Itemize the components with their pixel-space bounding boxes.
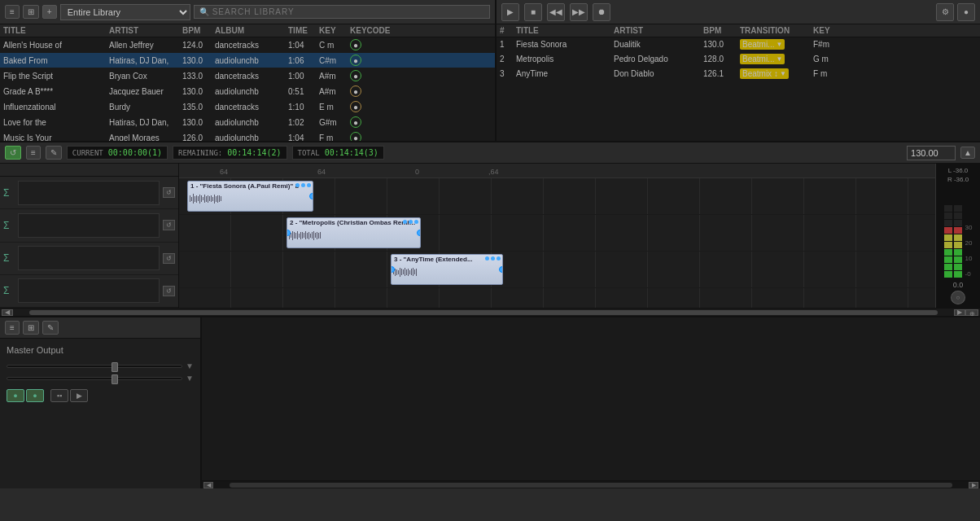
track-row[interactable]: Allen's House of Allen Jeffrey 124.0 dan…	[0, 37, 495, 53]
bottom-scroll-thumb[interactable]	[230, 483, 952, 488]
pl-bpm: 128.0	[703, 55, 740, 63]
pl-col-title: TITLE	[516, 26, 614, 35]
clip-2-right-handle[interactable]	[417, 230, 421, 236]
forward-btn[interactable]: ▶▶	[570, 3, 588, 21]
settings-btn[interactable]: ⚙	[936, 3, 954, 21]
track-row[interactable]: Grade A B**** Jacquez Bauer 130.0 audiol…	[0, 84, 495, 99]
fader-arrow-2: ▼	[186, 374, 194, 383]
track-artist: Hatiras, DJ Dan,	[109, 118, 182, 127]
beatmix-badge: Beatmi... ▼	[740, 39, 785, 50]
track-row[interactable]: Influenzational Burdy 135.0 dancetracks …	[0, 99, 495, 115]
play-btn[interactable]: ▶	[501, 3, 519, 21]
playlist-list: 1 Fiesta Sonora Dualitik 130.0 Beatmi...…	[497, 37, 980, 81]
pl-num: 2	[500, 55, 516, 63]
bottom-empty-area	[202, 317, 980, 480]
scroll-thumb[interactable]	[29, 310, 938, 315]
track-row[interactable]: Music Is Your Angel Moraes 126.0 audiolu…	[0, 130, 495, 141]
bpm-up-btn[interactable]: ▲	[960, 147, 975, 159]
mixer-btn-group-2: ▪▪ ▶	[50, 389, 88, 402]
track-keycode: ●	[350, 116, 391, 128]
mixer-btn-1[interactable]: ●	[7, 389, 24, 402]
playlist-row[interactable]: 2 Metropolis Pedro Delgado 128.0 Beatmi.…	[497, 52, 980, 67]
total-time: 00:14:14(3)	[325, 148, 378, 157]
col-artist: ARTIST	[109, 26, 182, 35]
auto-edit-btn[interactable]: ✎	[46, 146, 62, 160]
track-title: Flip the Script	[3, 72, 109, 81]
library-select[interactable]: Entire Library	[60, 4, 190, 20]
playlist-row[interactable]: 3 AnyTime Don Diablo 126.1 Beatmix ↕ ▼ F…	[497, 67, 980, 81]
track-keycode: ●	[350, 85, 391, 97]
mixer-btn-2[interactable]: ●	[26, 389, 44, 402]
vu-btn[interactable]: ○	[951, 291, 965, 304]
track-table-header: TITLE ARTIST BPM ALBUM TIME KEY KEYCODE	[0, 24, 495, 37]
library-toolbar: ≡ ⊞ + Entire Library 🔍	[0, 0, 495, 24]
record-btn[interactable]: ⏺	[593, 3, 610, 21]
rewind-btn[interactable]: ◀◀	[547, 3, 565, 21]
bottom-scrollbar[interactable]: ◀ ▶	[202, 480, 980, 488]
automation-scrollbar[interactable]: ◀ ▶ ⊕	[0, 308, 980, 316]
scroll-right-arrow[interactable]: ▶	[954, 309, 965, 316]
mixer-list-btn[interactable]: ≡	[5, 321, 20, 335]
mixer-grid-btn[interactable]: ⊞	[23, 321, 39, 335]
audio-clip-2[interactable]: 2 - "Metropolis (Christian Ombas Remix)"…	[287, 217, 421, 248]
bottom-right: ◀ ▶	[202, 317, 980, 488]
fader-thumb-1[interactable]	[112, 362, 118, 372]
fader-thumb-2[interactable]	[112, 374, 118, 384]
track-album: dancetracks	[215, 41, 288, 50]
pl-artist: Don Diablo	[614, 69, 703, 78]
vu-bar-l	[944, 186, 952, 278]
track-title: Music Is Your	[3, 134, 109, 142]
grid-view-btn[interactable]: ⊞	[23, 5, 39, 19]
mixer-panel: ≡ ⊞ ✎ Master Output ▼ ▼ ● ●	[0, 317, 202, 488]
pl-key: G m	[813, 55, 854, 63]
vu-scale-0: -0	[965, 270, 973, 278]
track-key: E m	[319, 103, 350, 112]
timeline-area[interactable]: 64 64 0 ,64 1 - "Fiesta Sonora (A.Paul R…	[179, 164, 935, 308]
extra-btn[interactable]: ●	[957, 3, 975, 21]
bpm-input[interactable]	[907, 146, 956, 160]
audio-clip-3[interactable]: 3 - "AnyTime (Extended...	[391, 254, 503, 285]
playlist-row[interactable]: 1 Fiesta Sonora Dualitik 130.0 Beatmi...…	[497, 37, 980, 52]
track-mini-btn-3[interactable]: ↺	[163, 253, 175, 264]
clip-1-right-handle[interactable]	[309, 193, 313, 199]
track-mini-btn-1[interactable]: ↺	[163, 187, 175, 198]
track-key: G#m	[319, 118, 350, 127]
track-album: audiolunchb	[215, 56, 288, 65]
add-btn[interactable]: +	[42, 5, 57, 19]
sync-btn[interactable]: ⊕	[965, 309, 978, 316]
track-mini-btn-2[interactable]: ↺	[163, 220, 175, 230]
mixer-btn-4[interactable]: ▶	[70, 389, 88, 402]
track-key: A#m	[319, 87, 350, 96]
playlist-table: # TITLE ARTIST BPM TRANSITION KEY 1 Fies…	[497, 24, 980, 141]
track-lane-3: 3 - "AnyTime (Extended...	[179, 252, 935, 288]
track-keycode: ●	[350, 70, 391, 81]
scroll-left-arrow[interactable]: ◀	[2, 309, 13, 316]
audio-clip-1[interactable]: 1 - "Fiesta Sonora (A.Paul Remi)" b	[187, 181, 313, 212]
vu-scale: -0 10 20 30	[964, 224, 973, 278]
col-time: TIME	[288, 26, 319, 35]
fader-track-2[interactable]	[7, 377, 182, 380]
track-bpm: 130.0	[182, 56, 215, 65]
auto-list-btn[interactable]: ↺	[5, 146, 21, 160]
track-time: 1:02	[288, 118, 319, 127]
mixer-edit-btn[interactable]: ✎	[42, 321, 59, 335]
bottom-section: ≡ ⊞ ✎ Master Output ▼ ▼ ● ●	[0, 317, 980, 488]
track-bpm: 124.0	[182, 41, 215, 50]
track-row[interactable]: Baked From Hatiras, DJ Dan, 130.0 audiol…	[0, 53, 495, 68]
track-row[interactable]: Flip the Script Bryan Cox 133.0 dancetra…	[0, 68, 495, 84]
track-row[interactable]: Love for the Hatiras, DJ Dan, 130.0 audi…	[0, 115, 495, 130]
bottom-scroll-left[interactable]: ◀	[203, 482, 213, 488]
clip-3-right-handle[interactable]	[499, 266, 503, 273]
clip-3-waveform	[392, 264, 502, 280]
track-lane-1: 1 - "Fiesta Sonora (A.Paul Remi)" b	[179, 178, 935, 215]
bottom-scroll-right[interactable]: ▶	[969, 482, 978, 488]
mixer-btn-3[interactable]: ▪▪	[50, 389, 68, 402]
track-mini-btn-4[interactable]: ↺	[163, 286, 175, 296]
auto-grid-btn[interactable]: ≡	[26, 146, 41, 160]
search-input[interactable]	[212, 7, 484, 16]
stop-btn[interactable]: ■	[524, 3, 542, 21]
col-album: ALBUM	[215, 26, 288, 35]
list-view-btn[interactable]: ≡	[5, 5, 20, 19]
beatmix-badge: Beatmix ↕ ▼	[740, 68, 789, 79]
fader-track-1[interactable]	[7, 365, 182, 368]
